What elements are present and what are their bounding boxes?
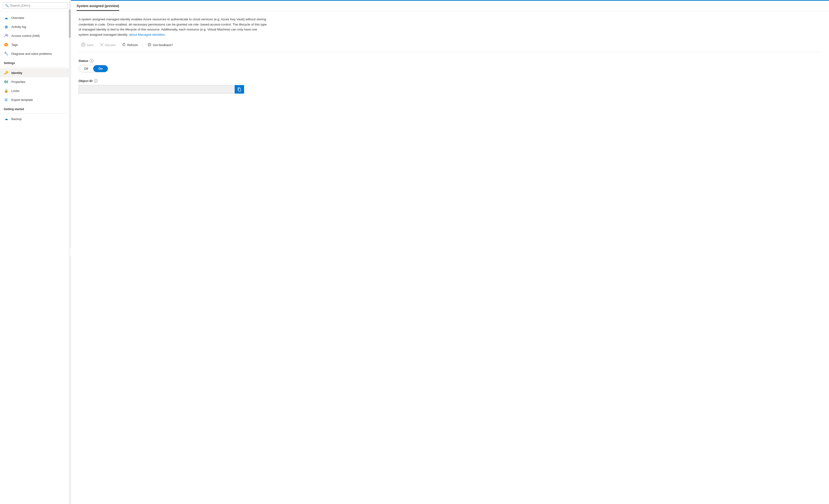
sidebar-item-export-template-label: Export template [11, 98, 33, 102]
sidebar-item-backup[interactable]: ☁ Backup [0, 114, 71, 123]
sidebar-item-diagnose[interactable]: 🔧 Diagnose and solve problems [0, 49, 71, 58]
sidebar-item-diagnose-label: Diagnose and solve problems [11, 52, 52, 55]
status-label: Status i [78, 59, 822, 63]
diagnose-icon: 🔧 [4, 51, 8, 56]
access-control-icon [4, 33, 8, 38]
refresh-icon [122, 43, 126, 47]
sidebar-item-tags-label: Tags [11, 43, 18, 46]
feedback-button[interactable]: Got feedback? [145, 41, 176, 49]
sidebar-item-properties[interactable]: Properties [0, 77, 71, 86]
search-input[interactable] [10, 4, 66, 7]
sidebar-nav: ☁ Overview ▦ Activity log Access control… [0, 11, 71, 504]
search-container: 🔍 [0, 0, 71, 11]
toggle-off-option[interactable]: Off [79, 65, 93, 72]
svg-point-3 [6, 44, 7, 45]
tab-system-assigned[interactable]: System assigned (preview) [77, 1, 119, 11]
sidebar-item-locks[interactable]: 🔒 Locks [0, 86, 71, 95]
status-section: Status i Off On [78, 59, 822, 72]
settings-section: Settings 🔑 Identity Properties [0, 58, 71, 104]
save-icon [81, 43, 85, 47]
toolbar-separator [143, 42, 143, 48]
main-content: System assigned (preview) A system assig… [71, 0, 829, 504]
toggle-on-option[interactable]: On [93, 65, 108, 72]
toolbar: Save Discard Refresh [78, 38, 822, 52]
sidebar-scroll-thumb [69, 9, 71, 38]
description-text: A system assigned managed identity enabl… [78, 17, 268, 37]
discard-button[interactable]: Discard [98, 42, 118, 48]
sidebar: 🔍 ☁ Overview ▦ Activity log Access contr [0, 0, 71, 504]
sidebar-item-locks-label: Locks [11, 89, 20, 92]
managed-identities-link[interactable]: about Managed identities [129, 33, 165, 36]
sidebar-collapse-button[interactable]: « [69, 247, 71, 257]
svg-rect-14 [239, 88, 241, 91]
svg-rect-4 [4, 81, 5, 83]
search-box[interactable]: 🔍 [3, 2, 68, 9]
svg-rect-5 [5, 80, 6, 83]
copy-icon [237, 87, 242, 91]
sidebar-item-identity-label: Identity [11, 71, 22, 75]
getting-started-section: Getting started ☁ Backup [0, 104, 71, 123]
identity-icon: 🔑 [4, 70, 8, 75]
sidebar-item-activity-log[interactable]: ▦ Activity log [0, 22, 71, 31]
sidebar-item-access-control[interactable]: Access control (IAM) [0, 31, 71, 40]
svg-rect-11 [82, 45, 84, 46]
object-id-input [78, 85, 235, 93]
discard-icon [100, 43, 104, 47]
svg-rect-7 [7, 80, 8, 83]
search-icon: 🔍 [5, 4, 9, 7]
properties-icon [4, 79, 8, 84]
sidebar-item-export-template[interactable]: Export template [0, 95, 71, 104]
export-template-icon [4, 98, 8, 102]
sidebar-item-identity[interactable]: 🔑 Identity [0, 68, 71, 77]
refresh-button[interactable]: Refresh [119, 41, 141, 49]
object-id-label: Object ID i [78, 79, 822, 83]
copy-object-id-button[interactable] [235, 85, 244, 93]
tab-bar: System assigned (preview) [71, 1, 829, 11]
sidebar-item-activity-log-label: Activity log [11, 25, 26, 29]
object-id-container [78, 85, 244, 93]
settings-section-header: Settings [0, 58, 71, 66]
activity-log-icon: ▦ [4, 24, 8, 29]
backup-icon: ☁ [4, 116, 8, 121]
status-toggle[interactable]: Off On [78, 65, 108, 72]
status-info-icon[interactable]: i [89, 59, 94, 63]
locks-icon: 🔒 [4, 88, 8, 93]
sidebar-item-overview-label: Overview [11, 16, 24, 20]
svg-rect-10 [82, 43, 84, 44]
sidebar-item-overview[interactable]: ☁ Overview [0, 13, 71, 22]
svg-rect-6 [6, 81, 7, 83]
object-id-section: Object ID i [78, 79, 822, 93]
tags-icon [4, 42, 8, 47]
content-area: A system assigned managed identity enabl… [71, 11, 829, 504]
sidebar-item-properties-label: Properties [11, 80, 25, 84]
feedback-icon [148, 43, 151, 47]
object-id-info-icon[interactable]: i [94, 79, 98, 83]
sidebar-item-access-control-label: Access control (IAM) [11, 34, 40, 38]
save-button[interactable]: Save [78, 41, 97, 49]
sidebar-item-tags[interactable]: Tags [0, 40, 71, 49]
getting-started-header: Getting started [0, 104, 71, 112]
sidebar-item-backup-label: Backup [11, 117, 22, 121]
overview-icon: ☁ [4, 15, 8, 20]
